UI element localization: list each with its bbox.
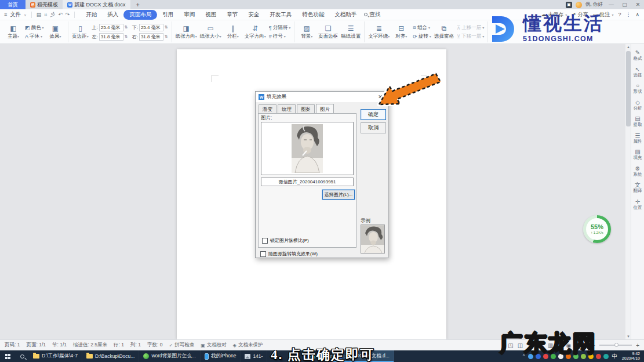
help-button[interactable]: ?: [618, 12, 621, 17]
home-tab[interactable]: 首页: [0, 0, 26, 9]
background-button[interactable]: ▨背景▾: [298, 24, 315, 39]
columns-button[interactable]: ∥分栏▾: [224, 24, 242, 39]
side-item-translate[interactable]: 文翻译: [634, 182, 642, 193]
tab-section[interactable]: 章节: [221, 10, 243, 19]
tab-review[interactable]: 审阅: [179, 10, 200, 19]
font-button[interactable]: A字体▾: [25, 33, 44, 40]
group-button[interactable]: ⧈组合▾: [413, 24, 431, 31]
hamburger-menu-icon[interactable]: ≡: [4, 12, 7, 17]
tab-security[interactable]: 安全: [243, 10, 264, 19]
format-brush-icon[interactable]: 彡: [50, 11, 55, 19]
vertical-scrollbar[interactable]: ▲ ▼: [625, 44, 631, 339]
tray-icon[interactable]: [603, 354, 609, 359]
margin-bottom-input[interactable]: 25.4 毫米: [139, 24, 163, 31]
task-browser[interactable]: word背景图片怎么...: [139, 350, 201, 362]
side-item-system[interactable]: ⚙系统: [634, 166, 642, 177]
find-button[interactable]: 查找: [364, 11, 380, 19]
side-item-extract[interactable]: ▤提取: [634, 116, 642, 127]
text-direction-button[interactable]: ⇵文字方向▾: [245, 24, 266, 39]
task-photo-viewer[interactable]: 141-: [241, 350, 267, 362]
select-picture-button[interactable]: 选择图片(L)...: [322, 190, 355, 200]
status-word-count[interactable]: 字数: 0: [147, 342, 162, 349]
tab-references[interactable]: 引用: [157, 10, 179, 19]
separator-button[interactable]: ¶分隔符▾: [269, 24, 290, 31]
spinner-icon[interactable]: ⇅: [125, 25, 128, 30]
page-border-button[interactable]: ❏页面边框: [318, 24, 338, 39]
margin-top-field: 上:25.4 毫米⇅: [92, 24, 128, 31]
tab-doc-assistant[interactable]: 文档助手: [329, 10, 362, 19]
redo-icon[interactable]: ↷: [66, 12, 70, 17]
task-folder-1[interactable]: D:\工作\媒体\4-7: [29, 350, 82, 362]
cancel-button[interactable]: 取消: [361, 122, 386, 133]
side-item-properties[interactable]: ☰属性: [634, 133, 642, 144]
orientation-button[interactable]: ◨纸张方向▾: [176, 24, 197, 39]
effect-button[interactable]: ▣ 效果▾: [47, 24, 64, 39]
fill-icon: ▨: [635, 149, 640, 155]
margin-right-input[interactable]: 31.8 毫米: [139, 33, 163, 41]
doc-proof-button[interactable]: ▣文档校对: [201, 342, 227, 349]
zoom-slider-knob[interactable]: [614, 343, 618, 347]
margins-button[interactable]: ▯ 页边距▾: [72, 24, 89, 39]
progress-badge[interactable]: 55% ↑ 1.2K/s: [583, 215, 611, 243]
tab-insert[interactable]: 插入: [102, 10, 123, 19]
minimize-button[interactable]: —: [606, 2, 616, 8]
spinner-icon[interactable]: ⇅: [165, 34, 168, 39]
lock-aspect-ratio-checkbox[interactable]: 锁定图片纵横比(P): [262, 237, 309, 244]
spinner-icon[interactable]: ⇅: [125, 34, 128, 39]
file-menu[interactable]: 文件: [10, 11, 21, 19]
zoom-slider[interactable]: [599, 345, 632, 346]
template-tab[interactable]: 稻 稻壳模板: [26, 0, 63, 9]
tab-dev-tools[interactable]: 开发工具: [264, 10, 297, 19]
tab-special-features[interactable]: 特色功能: [297, 10, 329, 19]
rotate-fill-checkbox[interactable]: 随图形旋转填充效果(W): [260, 251, 318, 257]
close-button[interactable]: ✕: [633, 2, 643, 8]
save-icon[interactable]: ▤: [37, 12, 42, 17]
maximize-button[interactable]: ▢: [620, 2, 630, 8]
undo-icon[interactable]: ↶: [58, 12, 63, 17]
dialog-title-bar[interactable]: W 填充效果 ✕: [256, 92, 388, 102]
margin-left-input[interactable]: 31.8 毫米: [99, 33, 123, 41]
collapse-ribbon-button[interactable]: ∧: [635, 12, 639, 17]
color-button[interactable]: ◩颜色▾: [25, 24, 44, 31]
paper-size-button[interactable]: ▭纸张大小▾: [200, 24, 221, 39]
margin-top-input[interactable]: 25.4 毫米: [99, 24, 123, 31]
file-caret-icon[interactable]: ∨: [24, 13, 26, 17]
document-tab[interactable]: W 新建 DOCX 文档.docx: [63, 0, 130, 9]
taskbar-search-button[interactable]: [15, 354, 29, 359]
tab-start[interactable]: 开始: [81, 10, 102, 19]
new-doc-icon[interactable]: ⌗: [44, 12, 47, 18]
more-button[interactable]: ⋮: [625, 12, 631, 17]
preview-sketch-image: [292, 124, 323, 173]
line-number-button[interactable]: #行号▾: [269, 33, 290, 40]
side-item-position[interactable]: ✛位置: [634, 199, 642, 210]
side-item-analyze[interactable]: ◇分析: [634, 100, 642, 111]
tab-view[interactable]: 视图: [200, 10, 221, 19]
rotate-button[interactable]: ⟳旋转▾: [413, 33, 431, 40]
side-item-fill[interactable]: ▨填充: [634, 149, 642, 160]
paper-settings-button[interactable]: ☰稿纸设置: [341, 24, 361, 39]
text-wrap-button[interactable]: ≣文字环绕▾: [368, 24, 390, 39]
taskbar-clock[interactable]: 9:42 2020/4/10: [621, 352, 642, 361]
theme-button[interactable]: ◧ 主题▾: [5, 24, 22, 39]
start-button[interactable]: [0, 350, 15, 362]
ime-indicator[interactable]: 中: [611, 353, 618, 360]
align-button[interactable]: ⊟对齐▾: [392, 24, 410, 39]
doc-protection-status[interactable]: ◈文档未保护: [233, 342, 263, 349]
tab-page-layout[interactable]: 页面布局: [123, 10, 157, 20]
side-item-format[interactable]: ✎格式: [634, 50, 642, 61]
task-folder-2[interactable]: D:\Backup\Docu...: [82, 350, 140, 362]
shield-icon: ◈: [233, 343, 237, 348]
side-item-select[interactable]: ↖选择: [634, 67, 642, 78]
task-iphone[interactable]: 我的iPhone: [201, 350, 241, 362]
side-item-shape[interactable]: ○形状: [634, 83, 642, 94]
clock-time: 9:42: [632, 352, 640, 356]
spell-check-toggle[interactable]: ✓拼写检查: [169, 342, 194, 349]
new-tab-button[interactable]: +: [130, 1, 145, 8]
message-center-icon[interactable]: ▣: [566, 2, 572, 8]
selection-pane-button[interactable]: ⧉选择窗格: [434, 24, 454, 39]
zoom-in-icon[interactable]: +: [636, 342, 639, 349]
spinner-icon[interactable]: ⇅: [165, 25, 168, 30]
user-avatar[interactable]: [576, 2, 582, 8]
shape-icon: ○: [636, 83, 639, 89]
scrollbar-thumb[interactable]: [626, 51, 631, 126]
